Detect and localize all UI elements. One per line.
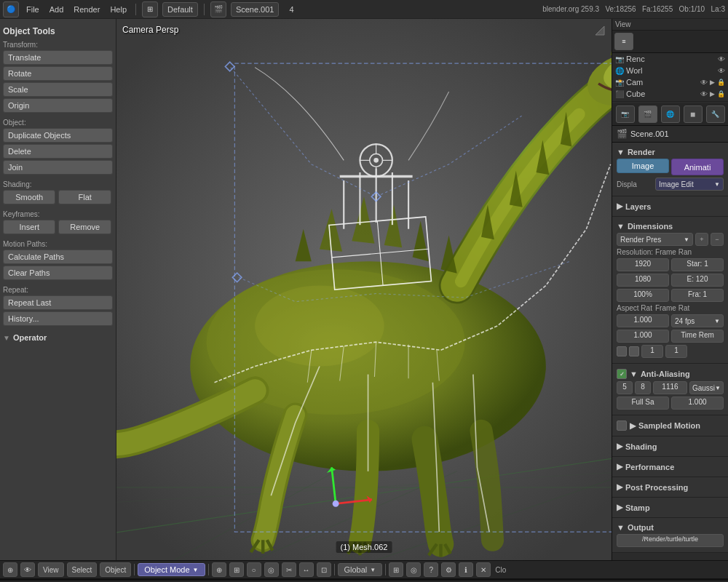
tool1-icon[interactable]: ✂ xyxy=(282,562,296,577)
origin-btn[interactable]: Origin xyxy=(3,98,113,113)
mode-dropdown[interactable]: Object Mode ▼ xyxy=(138,563,205,576)
flat-btn[interactable]: Flat xyxy=(58,190,111,204)
eye-icon-cube[interactable]: 👁 xyxy=(700,90,708,98)
duplicate-btn[interactable]: Duplicate Objects xyxy=(3,128,113,143)
insert-btn[interactable]: Insert xyxy=(3,220,55,234)
toggle1[interactable] xyxy=(617,346,627,356)
status-icon2[interactable]: 👁 xyxy=(20,562,35,577)
aa-header[interactable]: ✓ ▼ Anti-Aliasing xyxy=(617,367,724,381)
aa-filter[interactable]: Gaussi ▼ xyxy=(689,381,724,394)
translate-btn[interactable]: Translate xyxy=(3,50,113,65)
eye-icon-cam[interactable]: 👁 xyxy=(700,79,708,87)
sampled-toggle[interactable] xyxy=(617,420,627,431)
viewport[interactable]: Camera Persp (1) Mesh.062 xyxy=(116,19,612,560)
tool2-icon[interactable]: ↔ xyxy=(299,562,314,577)
add-preset-btn[interactable]: + xyxy=(695,233,708,246)
status-icon1[interactable]: ⊕ xyxy=(3,562,17,577)
aa-val3[interactable]: 1116 xyxy=(653,381,687,394)
tool3-icon[interactable]: ⊡ xyxy=(317,562,331,577)
fps-field[interactable]: 24 fps ▼ xyxy=(671,314,724,327)
clear-paths-btn[interactable]: Clear Paths xyxy=(3,266,113,280)
menu-file[interactable]: File xyxy=(23,5,42,14)
display-val[interactable]: Image Edit ▼ xyxy=(655,178,724,191)
view-label[interactable]: View xyxy=(615,20,631,28)
close-icon[interactable]: ✕ xyxy=(476,562,491,577)
render-preset[interactable]: Render Pres ▼ xyxy=(617,233,693,246)
performance-header[interactable]: ▶ Performance xyxy=(617,460,724,474)
aspect-y-field[interactable]: 1.000 xyxy=(617,330,669,343)
render-section-header[interactable]: ▼ Render xyxy=(617,146,724,159)
res-y-field[interactable]: 1080 xyxy=(617,274,669,287)
repeat-last-btn[interactable]: Repeat Last xyxy=(3,295,113,310)
outline-item-cube[interactable]: ⬛ Cube 👁 ▶ 🔒 xyxy=(612,88,728,100)
end-field[interactable]: E: 120 xyxy=(671,274,724,287)
menu-render[interactable]: Render xyxy=(71,5,103,14)
menu-help[interactable]: Help xyxy=(107,5,130,14)
outline-item-world[interactable]: 🌐 Worl 👁 xyxy=(612,65,728,76)
scene-icon[interactable]: 🎬 xyxy=(210,1,226,17)
join-btn[interactable]: Join xyxy=(3,160,113,175)
prop-tab-mod[interactable]: 🔧 xyxy=(706,105,725,123)
toggle2[interactable] xyxy=(629,346,639,356)
snap-icon[interactable]: ⊞ xyxy=(229,562,244,577)
eye-icon-renc[interactable]: 👁 xyxy=(718,55,725,63)
outline-item-renc[interactable]: 📷 Renc 👁 xyxy=(612,53,728,65)
aa-val1[interactable]: 5 xyxy=(617,381,633,394)
blender-logo[interactable]: 🔵 xyxy=(3,1,19,17)
view-menu-btn[interactable]: View xyxy=(38,562,64,577)
select-menu-btn[interactable]: Select xyxy=(67,562,98,577)
output-header[interactable]: ▼ Output xyxy=(617,521,724,534)
remove-btn[interactable]: Remove xyxy=(58,220,111,234)
history-btn[interactable]: History... xyxy=(3,311,113,326)
aspect-x-field[interactable]: 1.000 xyxy=(617,314,669,327)
aa-val2[interactable]: 8 xyxy=(635,381,651,394)
dimensions-header[interactable]: ▼ Dimensions xyxy=(617,220,724,233)
stamp-header[interactable]: ▶ Stamp xyxy=(617,501,724,514)
res-x-field[interactable]: 1920 xyxy=(617,258,669,271)
sampled-motion-header[interactable]: ▶ Sampled Motion xyxy=(617,418,724,433)
layout-dropdown[interactable]: Default xyxy=(162,2,198,17)
info-icon[interactable]: ℹ xyxy=(459,562,473,577)
smooth-btn[interactable]: Smooth xyxy=(3,190,55,204)
val1-field[interactable]: 1 xyxy=(641,345,663,358)
eye-icon-world[interactable]: 👁 xyxy=(718,67,725,75)
scale-btn[interactable]: Scale xyxy=(3,82,113,97)
pivot-icon[interactable]: ⊕ xyxy=(212,562,226,577)
val2-field[interactable]: 1 xyxy=(665,345,687,358)
tools-icon[interactable]: ⚙ xyxy=(441,562,456,577)
del-preset-btn[interactable]: − xyxy=(711,233,724,246)
scene-dropdown[interactable]: Scene.001 xyxy=(231,2,280,17)
global-dropdown[interactable]: Global ▼ xyxy=(338,563,383,576)
viewport-corner[interactable] xyxy=(594,25,606,38)
frame-field[interactable]: Fra: 1 xyxy=(671,289,724,302)
rotate-btn[interactable]: Rotate xyxy=(3,66,113,81)
aa-toggle[interactable]: ✓ xyxy=(617,369,627,379)
prop-edit-icon[interactable]: ○ xyxy=(247,562,261,577)
calculate-paths-btn[interactable]: Calculate Paths xyxy=(3,250,113,264)
help-icon[interactable]: ? xyxy=(424,562,438,577)
onion-icon[interactable]: ◎ xyxy=(264,562,279,577)
object-menu-btn[interactable]: Object xyxy=(100,562,131,577)
image-btn[interactable]: Image xyxy=(617,159,669,173)
outline-item-cam[interactable]: 📸 Cam 👁 ▶ 🔒 xyxy=(612,76,728,88)
prop-tab-world[interactable]: 🌐 xyxy=(661,105,680,123)
delete-btn[interactable]: Delete xyxy=(3,144,113,159)
layout-icon[interactable]: ⊞ xyxy=(142,1,158,17)
layers-header[interactable]: ▶ Layers xyxy=(617,199,724,213)
layer-icon[interactable]: ⊞ xyxy=(389,562,403,577)
aa-size-field[interactable]: 1.000 xyxy=(671,396,724,410)
animation-btn[interactable]: Animati xyxy=(671,159,724,175)
res-pct-field[interactable]: 100% xyxy=(617,289,669,302)
menu-add[interactable]: Add xyxy=(47,5,67,14)
aa-full-field[interactable]: Full Sa xyxy=(617,396,669,410)
shading-header[interactable]: ▶ Shading xyxy=(617,439,724,453)
outliner-tab[interactable]: ≡ xyxy=(614,33,633,50)
prop-tab-object[interactable]: ◼ xyxy=(684,105,703,123)
start-field[interactable]: Star: 1 xyxy=(671,258,724,271)
prop-tab-scene[interactable]: 🎬 xyxy=(638,105,657,123)
post-processing-header[interactable]: ▶ Post Processing xyxy=(617,480,724,494)
operator-section[interactable]: ▼ Operator xyxy=(3,333,113,342)
prop-tab-render[interactable]: 📷 xyxy=(616,105,635,123)
render-vis-icon[interactable]: ◎ xyxy=(406,562,421,577)
output-path-field[interactable]: /Render/turtle/turtle xyxy=(617,534,724,547)
